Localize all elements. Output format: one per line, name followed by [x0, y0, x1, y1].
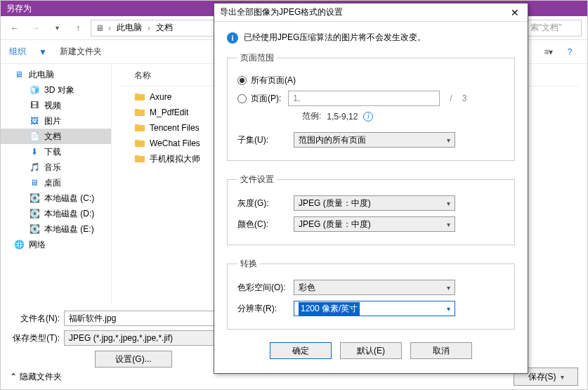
- sidebar-item-5[interactable]: ⬇下载: [1, 144, 111, 160]
- convert-legend: 转换: [237, 258, 260, 270]
- color-select[interactable]: JPEG (质量：中度)▾: [294, 216, 455, 232]
- info-icon: i: [227, 32, 238, 44]
- resolution-select[interactable]: 1200 像素/英寸▾: [294, 301, 455, 316]
- view-options-button[interactable]: ≡▾: [540, 44, 558, 60]
- disk-icon: 💽: [29, 193, 40, 204]
- settings-button[interactable]: 设置(G)...: [95, 351, 172, 368]
- music-icon: 🎵: [29, 162, 40, 173]
- pc-icon: 🖥: [94, 22, 105, 34]
- chevron-right-icon: ›: [148, 23, 150, 33]
- gray-select[interactable]: JPEG (质量：中度)▾: [294, 195, 455, 211]
- pages-radio[interactable]: [237, 94, 247, 103]
- sidebar-item-3[interactable]: 🖼图片: [1, 113, 111, 129]
- net-icon: 🌐: [13, 239, 25, 250]
- sidebar-item-6[interactable]: 🎵音乐: [1, 160, 111, 175]
- sidebar-item-9[interactable]: 💽本地磁盘 (D:): [1, 206, 111, 221]
- folder-icon: [134, 91, 145, 103]
- subset-label: 子集(U):: [237, 134, 287, 146]
- disk-icon: 💽: [29, 208, 40, 219]
- folder-icon: [134, 122, 145, 134]
- total-pages: 3: [462, 93, 467, 103]
- pages-input[interactable]: [288, 91, 440, 106]
- chevron-right-icon: ›: [108, 23, 111, 33]
- back-button[interactable]: ←: [6, 20, 23, 37]
- colorspace-label: 色彩空间(O):: [237, 282, 287, 294]
- file-settings-group: 文件设置 灰度(G): JPEG (质量：中度)▾ 颜色(C): JPEG (质…: [227, 174, 515, 245]
- sidebar-item-8[interactable]: 💽本地磁盘 (C:): [1, 190, 111, 206]
- search-placeholder: 索"文档": [530, 22, 562, 34]
- breadcrumb-item[interactable]: 文档: [153, 22, 176, 34]
- dialog-titlebar: 导出全部图像为JPEG格式的设置 ✕: [214, 4, 528, 22]
- ok-button[interactable]: 确定: [270, 342, 332, 359]
- forward-button[interactable]: →: [27, 20, 44, 37]
- sidebar-item-0[interactable]: 🖥此电脑: [1, 67, 111, 82]
- folder-icon: [134, 138, 145, 149]
- example-label: 范例:: [302, 110, 321, 122]
- video-icon: 🎞: [29, 100, 40, 111]
- filetype-label: 保存类型(T):: [11, 332, 60, 344]
- organize-menu[interactable]: 组织: [9, 46, 26, 58]
- help-button[interactable]: ?: [561, 44, 579, 60]
- sidebar-item-4[interactable]: 📄文档: [1, 129, 111, 144]
- all-pages-radio[interactable]: [237, 76, 247, 85]
- close-button[interactable]: ✕: [508, 6, 522, 20]
- breadcrumb-item[interactable]: 此电脑: [114, 22, 145, 34]
- export-settings-dialog: 导出全部图像为JPEG格式的设置 ✕ i 已经使用JPEG压缩算法的图片将不会发…: [214, 3, 528, 374]
- subset-select[interactable]: 范围内的所有页面▾: [294, 132, 455, 148]
- hide-folders-toggle[interactable]: ⌃ 隐藏文件夹: [10, 371, 62, 383]
- new-folder-button[interactable]: 新建文件夹: [60, 46, 102, 58]
- convert-group: 转换 色彩空间(O): 彩色▾ 分辨率(R): 1200 像素/英寸▾: [227, 258, 515, 330]
- sidebar-item-11[interactable]: 🌐网络: [1, 237, 111, 252]
- file-settings-legend: 文件设置: [237, 174, 277, 186]
- folder-icon: [134, 153, 145, 164]
- help-icon[interactable]: i: [363, 112, 373, 122]
- sidebar-item-7[interactable]: 🖥桌面: [1, 175, 111, 190]
- sidebar-item-2[interactable]: 🎞视频: [1, 98, 111, 113]
- page-range-group: 页面范围 所有页面(A) 页面(P): / 3 范例: 1,5-9,12 i 子…: [227, 52, 515, 161]
- chevron-up-icon: ⌃: [10, 372, 17, 382]
- 3d-icon: 🧊: [29, 84, 40, 96]
- folder-icon: [134, 107, 145, 118]
- gray-label: 灰度(G):: [237, 197, 287, 209]
- resolution-label: 分辨率(R):: [237, 303, 287, 315]
- desktop-icon: 🖥: [29, 177, 40, 188]
- recent-dropdown[interactable]: ▾: [48, 20, 65, 37]
- filename-label: 文件名(N):: [11, 313, 60, 325]
- sidebar: 🖥此电脑🧊3D 对象🎞视频🖼图片📄文档⬇下载🎵音乐🖥桌面💽本地磁盘 (C:)💽本…: [1, 64, 112, 303]
- cancel-button[interactable]: 取消: [410, 342, 472, 359]
- page-range-legend: 页面范围: [237, 52, 277, 64]
- disk-icon: 💽: [29, 223, 40, 235]
- all-pages-label: 所有页面(A): [251, 74, 296, 86]
- doc-icon: 📄: [29, 131, 40, 142]
- default-button[interactable]: 默认(E): [340, 342, 402, 359]
- sidebar-item-1[interactable]: 🧊3D 对象: [1, 82, 111, 98]
- sidebar-item-10[interactable]: 💽本地磁盘 (E:): [1, 221, 111, 237]
- search-input[interactable]: 索"文档": [525, 20, 582, 37]
- info-message: i 已经使用JPEG压缩算法的图片将不会发生改变。: [227, 32, 515, 44]
- color-label: 颜色(C):: [237, 219, 287, 230]
- dialog-footer: 确定 默认(E) 取消: [227, 342, 515, 359]
- pc-icon: 🖥: [13, 69, 25, 80]
- dialog-title: 导出全部图像为JPEG格式的设置: [220, 6, 508, 18]
- example-value: 1,5-9,12: [327, 112, 358, 122]
- up-button[interactable]: ↑: [70, 20, 86, 37]
- pic-icon: 🖼: [29, 115, 40, 126]
- window-title: 另存为: [6, 3, 32, 15]
- dl-icon: ⬇: [29, 146, 40, 157]
- pages-label: 页面(P):: [251, 93, 281, 105]
- colorspace-select[interactable]: 彩色▾: [294, 280, 455, 295]
